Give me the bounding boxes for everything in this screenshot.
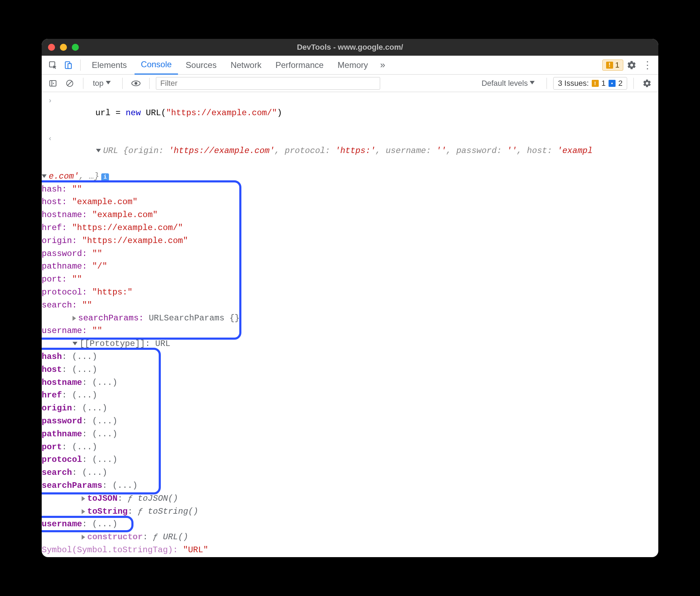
prop-protocol[interactable]: protocol: "https:" (42, 286, 658, 299)
prop-pathname[interactable]: pathname: "/" (42, 260, 658, 273)
expand-toggle-icon[interactable] (96, 149, 101, 152)
proto-port[interactable]: port: (...) (42, 441, 658, 454)
expand-toggle-icon[interactable] (73, 342, 77, 345)
console-toolbar: top Default levels 3 Issues: ! 1 ▪ 2 (42, 75, 658, 92)
warnings-count: 1 (615, 61, 619, 70)
issues-warn-count: 1 (602, 79, 606, 88)
proto-username[interactable]: username: (...) (42, 518, 658, 531)
console-output-row-wrap: e.com', …}i (42, 170, 658, 183)
proto-symbol[interactable]: Symbol(Symbol.toStringTag): "URL" (42, 544, 658, 557)
clear-console-icon[interactable] (63, 76, 77, 90)
chevron-right-icon[interactable] (82, 496, 85, 501)
prop-href[interactable]: href: "https://example.com/" (42, 222, 658, 235)
window-title: DevTools - www.google.com/ (42, 43, 658, 52)
proto-searchparams[interactable]: searchParams: (...) (42, 479, 658, 492)
proto-hash[interactable]: hash: (...) (42, 351, 658, 363)
tab-sources[interactable]: Sources (179, 56, 223, 75)
proto-href[interactable]: href: (...) (42, 389, 658, 402)
prop-hash[interactable]: hash: "" (42, 183, 658, 196)
issues-info-count: 2 (618, 79, 623, 88)
prop-password[interactable]: password: "" (42, 248, 658, 261)
prompt-icon: › (45, 95, 55, 131)
tab-memory[interactable]: Memory (331, 56, 375, 75)
proto-search[interactable]: search: (...) (42, 466, 658, 479)
gear-icon[interactable] (625, 58, 639, 72)
devtools-window: DevTools - www.google.com/ Elements Cons… (42, 39, 658, 557)
context-selector[interactable]: top (90, 78, 116, 89)
chevron-right-icon[interactable] (82, 509, 85, 514)
console-settings-icon[interactable] (640, 76, 654, 90)
console-output: › url = new URL("https://example.com/") … (42, 92, 658, 557)
chevron-right-icon[interactable] (73, 316, 76, 321)
proto-tostring[interactable]: toString: ƒ toString() (42, 505, 658, 518)
expand-toggle-icon[interactable] (42, 174, 47, 178)
console-output-row[interactable]: ‹ URL {origin: 'https://example.com', pr… (42, 132, 658, 170)
panel-tabs: Elements Console Sources Network Perform… (42, 56, 658, 75)
issues-summary[interactable]: 3 Issues: ! 1 ▪ 2 (553, 77, 627, 90)
tab-performance[interactable]: Performance (269, 56, 330, 75)
prop-searchparams[interactable]: searchParams: URLSearchParams {} (42, 312, 658, 325)
titlebar: DevTools - www.google.com/ (42, 39, 658, 56)
prop-username[interactable]: username: "" (42, 325, 658, 338)
console-input-row[interactable]: › url = new URL("https://example.com/") (42, 94, 658, 132)
svg-rect-2 (68, 63, 71, 68)
log-level-selector[interactable]: Default levels (478, 78, 540, 89)
proto-host[interactable]: host: (...) (42, 363, 658, 376)
filter-input[interactable] (156, 77, 380, 90)
tab-network[interactable]: Network (224, 56, 268, 75)
proto-password[interactable]: password: (...) (42, 415, 658, 428)
info-badge-icon[interactable]: i (101, 173, 109, 181)
result-icon: ‹ (45, 133, 55, 169)
prop-search[interactable]: search: "" (42, 299, 658, 312)
kebab-menu-icon[interactable]: ⋮ (640, 58, 654, 72)
log-level-label: Default levels (481, 79, 528, 88)
proto-origin[interactable]: origin: (...) (42, 402, 658, 415)
tab-elements[interactable]: Elements (85, 56, 133, 75)
more-tabs-icon[interactable]: » (376, 58, 390, 72)
proto-hostname[interactable]: hostname: (...) (42, 376, 658, 389)
prop-hostname[interactable]: hostname: "example.com" (42, 209, 658, 222)
info-square-icon: ▪ (609, 80, 616, 87)
prototype-row[interactable]: [[Prototype]]: URL (42, 338, 658, 351)
context-value: top (93, 79, 104, 88)
prop-host[interactable]: host: "example.com" (42, 196, 658, 209)
sidebar-toggle-icon[interactable] (46, 76, 60, 90)
proto-tojson[interactable]: toJSON: ƒ toJSON() (42, 492, 658, 505)
warning-square-icon: ! (592, 80, 599, 87)
warnings-badge[interactable]: !1 (602, 60, 623, 71)
live-expression-icon[interactable] (129, 76, 143, 90)
svg-point-6 (135, 82, 137, 85)
prop-origin[interactable]: origin: "https://example.com" (42, 235, 658, 248)
issues-label: 3 Issues: (558, 79, 589, 88)
prop-port[interactable]: port: "" (42, 273, 658, 286)
proto-protocol[interactable]: protocol: (...) (42, 453, 658, 466)
device-toolbar-icon[interactable] (61, 58, 75, 72)
proto-pathname[interactable]: pathname: (...) (42, 428, 658, 441)
proto-constructor[interactable]: constructor: ƒ URL() (42, 531, 658, 544)
chevron-right-icon[interactable] (82, 535, 85, 540)
tab-console[interactable]: Console (135, 56, 178, 75)
inspect-element-icon[interactable] (46, 58, 60, 72)
